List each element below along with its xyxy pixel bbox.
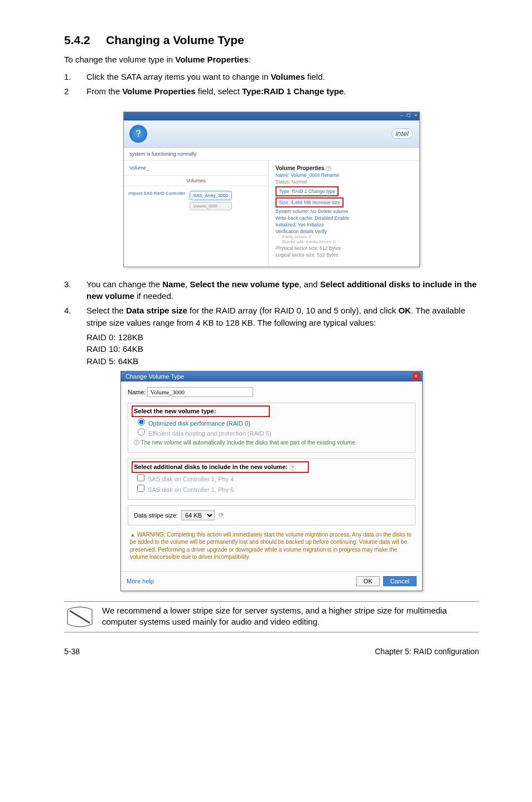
radio-input[interactable] bbox=[138, 428, 145, 436]
cache-enable-link[interactable]: Write-back cache: Disabled Enable bbox=[275, 215, 349, 221]
t: Select additional disks to include in th… bbox=[134, 463, 288, 470]
t: Type:RAID 1 Change type bbox=[242, 86, 344, 96]
page-footer: 5-38 Chapter 5: RAID configuration bbox=[64, 647, 479, 656]
page-number: 5-38 bbox=[64, 647, 80, 656]
stripe-size-select[interactable]: 64 KB bbox=[181, 510, 215, 520]
raid-values: RAID 0: 128KB RAID 10: 64KB RAID 5: 64KB bbox=[86, 331, 479, 368]
stripe-size-row: Data stripe size: 64 KB ⟳ bbox=[128, 505, 415, 525]
hint-text: The new volume will automatically includ… bbox=[141, 439, 357, 446]
help-badge-icon[interactable]: ? bbox=[129, 125, 147, 143]
type-hint: ⓘ The new volume will automatically incl… bbox=[134, 439, 409, 447]
close-icon[interactable]: × bbox=[412, 373, 420, 380]
change-volume-type-dialog: Change Volume Type × Name: Select the ne… bbox=[120, 371, 423, 591]
raid10-line: RAID 10: 64KB bbox=[86, 343, 479, 355]
window-buttons[interactable]: – ▢ × bbox=[400, 113, 418, 118]
group-title: Select additional disks to include in th… bbox=[134, 463, 409, 472]
step-num: 1. bbox=[64, 71, 86, 83]
prop-status: Status: Normal bbox=[275, 179, 414, 185]
section-heading: 5.4.2Changing a Volume Type bbox=[64, 33, 479, 47]
radio-input[interactable] bbox=[138, 418, 145, 426]
svg-line-0 bbox=[70, 611, 90, 623]
raid5-radio[interactable]: Efficient data hosting and protection (R… bbox=[134, 429, 272, 437]
step-4: 4. Select the Data stripe size for the R… bbox=[64, 305, 479, 329]
increase-size-link[interactable]: Size: 4,468 MB Increase size bbox=[279, 200, 340, 205]
t: You can change the bbox=[86, 279, 162, 289]
radio-label: Efficient data hosting and protection (R… bbox=[148, 430, 272, 437]
intro-text: To change the volume type in Volume Prop… bbox=[64, 54, 479, 65]
step-num: 4. bbox=[64, 305, 86, 329]
size-highlight: Size: 4,468 MB Increase size bbox=[275, 197, 344, 207]
array-chip[interactable]: SAS_Array_3000 bbox=[190, 191, 232, 200]
t: Select the bbox=[86, 306, 126, 315]
intel-header: ? intel bbox=[124, 120, 419, 148]
change-type-link[interactable]: Type: RAID 1 Change type bbox=[279, 189, 335, 194]
ok-button[interactable]: OK bbox=[356, 576, 380, 586]
step-num: 2 bbox=[64, 85, 86, 98]
warning-text: ▲ WARNING: Completing this action will i… bbox=[128, 531, 415, 567]
rename-link[interactable]: Name: Volume_0000 Rename bbox=[275, 172, 339, 178]
volumes-header: Volumes bbox=[124, 176, 268, 186]
cancel-button[interactable]: Cancel bbox=[383, 576, 417, 586]
delete-volume-link[interactable]: System volume: No Delete volume bbox=[275, 209, 348, 214]
disk1-check[interactable]: SAS disk on Controller 1, Phy 4 bbox=[134, 475, 234, 483]
name-row: Name: bbox=[128, 387, 415, 397]
chip-label: Volume_0000 bbox=[194, 204, 228, 208]
t: . bbox=[344, 86, 346, 96]
verify-link[interactable]: Verification details Verify bbox=[275, 229, 327, 234]
warn-body: WARNING: Completing this action will imm… bbox=[130, 532, 412, 561]
status-bar: system is functioning normally. bbox=[124, 148, 419, 161]
media-errors: Blocks with media errors: 0 bbox=[282, 239, 414, 244]
volume-name-input[interactable] bbox=[147, 387, 253, 397]
volume-chip[interactable]: Volume_0000 bbox=[190, 202, 232, 210]
t: if needed. bbox=[134, 291, 173, 301]
initialize-link[interactable]: Initialized: Yes Initialize bbox=[275, 222, 324, 228]
warn-bullet-icon: ▲ bbox=[130, 532, 136, 538]
properties-pane: Volume Properties ? Name: Volume_0000 Re… bbox=[269, 161, 419, 267]
dialog-titlebar: Change Volume Type × bbox=[121, 371, 422, 381]
help-icon[interactable]: ? bbox=[289, 465, 296, 471]
t: field. bbox=[305, 72, 325, 81]
raid0-line: RAID 0: 128KB bbox=[86, 331, 479, 344]
step-2: 2 From the Volume Properties field, sele… bbox=[64, 85, 479, 98]
section-title: Changing a Volume Type bbox=[106, 33, 244, 46]
raid5-line: RAID 5: 64KB bbox=[86, 355, 479, 368]
more-help-link[interactable]: More help bbox=[127, 578, 154, 584]
dialog-title: Change Volume Type bbox=[125, 373, 184, 380]
note-text: We recommend a lower stripe size for ser… bbox=[102, 605, 479, 628]
t: , and bbox=[299, 279, 320, 289]
t: Volumes bbox=[270, 72, 304, 81]
intel-logo: intel bbox=[391, 128, 413, 139]
controller-label: chipset SAS RAID Controller bbox=[128, 191, 185, 210]
window-titlebar: – ▢ × bbox=[124, 112, 419, 120]
intro-post: : bbox=[249, 55, 251, 64]
t: OK bbox=[398, 306, 411, 315]
prop-name: Name: Volume_0000 Rename bbox=[275, 172, 414, 178]
raid0-radio[interactable]: Optimized disk performance (RAID 0) bbox=[134, 419, 250, 427]
t: Volume Properties bbox=[122, 86, 195, 96]
intro-pre: To change the volume type in bbox=[64, 55, 175, 64]
dialog-footer: More help OK Cancel bbox=[121, 571, 422, 591]
checkbox-input[interactable] bbox=[137, 485, 144, 492]
name-label: Name: bbox=[128, 389, 146, 395]
check-label: SAS disk on Controller 1, Phy 6 bbox=[148, 486, 234, 493]
group-title: Select the new volume type: bbox=[134, 408, 409, 417]
reload-icon[interactable]: ⟳ bbox=[218, 511, 224, 519]
t: Select the new volume type bbox=[190, 279, 299, 289]
stripe-label: Data stripe size: bbox=[134, 512, 178, 519]
additional-disks-group: Select additional disks to include in th… bbox=[128, 458, 415, 500]
intel-rst-screenshot: – ▢ × ? intel system is functioning norm… bbox=[123, 112, 420, 267]
step-num: 3. bbox=[64, 278, 86, 303]
t: for the RAID array (for RAID 0, 10 and 5… bbox=[187, 306, 399, 315]
radio-label: Optimized disk performance (RAID 0) bbox=[148, 420, 250, 427]
volume-type-group: Select the new volume type: Optimized di… bbox=[128, 403, 415, 453]
disk2-check[interactable]: SAS disk on Controller 1, Phy 6 bbox=[134, 486, 234, 494]
step-text: Select the Data stripe size for the RAID… bbox=[86, 305, 479, 329]
help-icon[interactable]: ? bbox=[326, 166, 331, 171]
t: Name bbox=[162, 279, 185, 289]
log-sector: Logical sector size: 512 Bytes bbox=[275, 252, 414, 258]
volume-link[interactable]: Volume_ bbox=[124, 161, 268, 176]
section-number: 5.4.2 bbox=[64, 33, 106, 47]
checkbox-input[interactable] bbox=[137, 474, 144, 481]
step-1: 1. Click the SATA array items you want t… bbox=[64, 71, 479, 83]
note-callout: We recommend a lower stripe size for ser… bbox=[64, 601, 479, 632]
